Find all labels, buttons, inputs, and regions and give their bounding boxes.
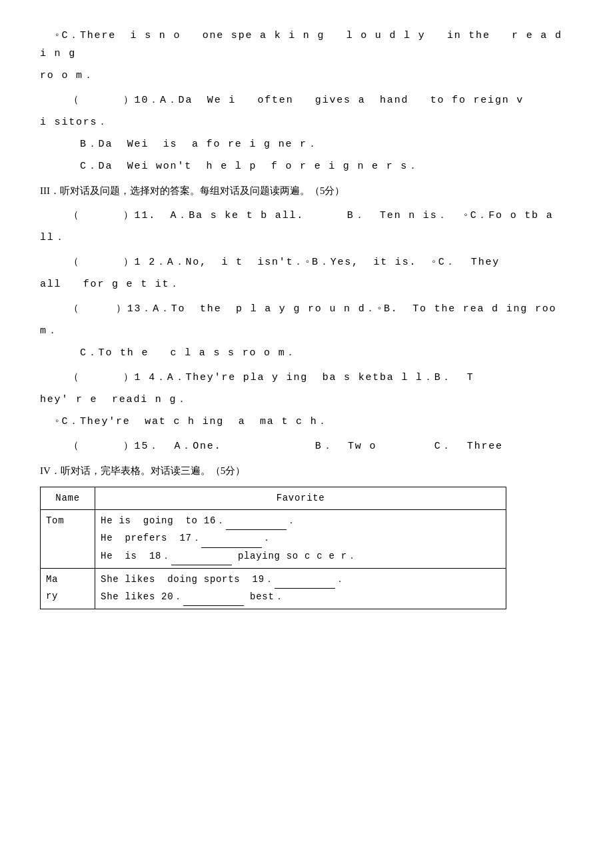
q14-section: （ ）1 4．A．They're pla y ing ba s ketba l … (40, 369, 573, 431)
section3-header: III．听对话及问题，选择对的答案。每组对话及问题读两遍。（5分） (40, 182, 573, 200)
page-content: ◦C．There i s n o one spe a k i n g l o u… (40, 27, 573, 609)
q13-cont: m． (40, 322, 573, 340)
mary-favorites: She likes doing sports 19． ． She likes 2… (95, 568, 506, 609)
q12-line: （ ）1 2．A．No, i t isn't．◦B．Yes, it is. ◦C… (40, 253, 573, 271)
q11-line: （ ）11. A．Ba s ke t b all. B． Ten n is． ◦… (40, 207, 573, 225)
tom-favorites: He is going to 16． ． He prefers 17． ． He… (95, 510, 506, 569)
q13-line: （ ）13．A．To the p l a y g ro u n d．◦B. To… (40, 300, 573, 318)
q14-cont: hey' r e readi n g． (40, 391, 573, 409)
q11-cont: ll． (40, 229, 573, 247)
table-row-tom: Tom He is going to 16． ． He prefers 17． … (41, 510, 506, 569)
tom-name: Tom (41, 510, 95, 569)
answer-table: Name Favorite Tom He is going to 16． ． H… (40, 487, 506, 609)
q11-section: （ ）11. A．Ba s ke t b all. B． Ten n is． ◦… (40, 207, 573, 247)
section-c: ◦C．There i s n o one spe a k i n g l o u… (40, 27, 573, 85)
answer-table-container: Name Favorite Tom He is going to 16． ． H… (40, 487, 573, 609)
q14-c: ◦C．They're wat c h ing a ma t c h． (40, 413, 573, 431)
blank-16 (226, 513, 287, 530)
mary-name: Mary (41, 568, 95, 609)
q14-line: （ ）1 4．A．They're pla y ing ba s ketba l … (40, 369, 573, 387)
q10-b: B．Da Wei is a fo re i g ne r． (40, 135, 573, 153)
q15-section: （ ）15． A．One. B． Tw o C． Three (40, 437, 573, 455)
q10-c: C．Da Wei won't h e l p f o r e i g n e r… (40, 157, 573, 175)
q12-section: （ ）1 2．A．No, i t isn't．◦B．Yes, it is. ◦C… (40, 253, 573, 293)
table-row-mary: Mary She likes doing sports 19． ． She li… (41, 568, 506, 609)
col2-header: Favorite (95, 487, 506, 510)
q12-cont: all for g e t it． (40, 275, 573, 293)
q10-section: （ ）10．A．Da We i often gives a hand to fo… (40, 91, 573, 175)
section4-header: IV．听对话，完毕表格。对话读三遍。（5分） (40, 462, 573, 480)
q13-c: C．To th e c l a s s ro o m． (40, 344, 573, 362)
section3: III．听对话及问题，选择对的答案。每组对话及问题读两遍。（5分） (40, 182, 573, 200)
section-c-line1: ◦C．There i s n o one spe a k i n g l o u… (40, 27, 573, 63)
section-c-line2: ro o m． (40, 67, 573, 85)
blank-19 (275, 571, 335, 589)
col1-header: Name (41, 487, 95, 510)
q10-line: （ ）10．A．Da We i often gives a hand to fo… (40, 91, 573, 109)
blank-20 (183, 589, 244, 606)
q13-section: （ ）13．A．To the p l a y g ro u n d．◦B. To… (40, 300, 573, 362)
blank-17 (201, 530, 262, 547)
q10-cont: i sitors． (40, 113, 573, 131)
section4: IV．听对话，完毕表格。对话读三遍。（5分） (40, 462, 573, 480)
blank-18 (171, 548, 232, 565)
q15-line: （ ）15． A．One. B． Tw o C． Three (40, 437, 573, 455)
